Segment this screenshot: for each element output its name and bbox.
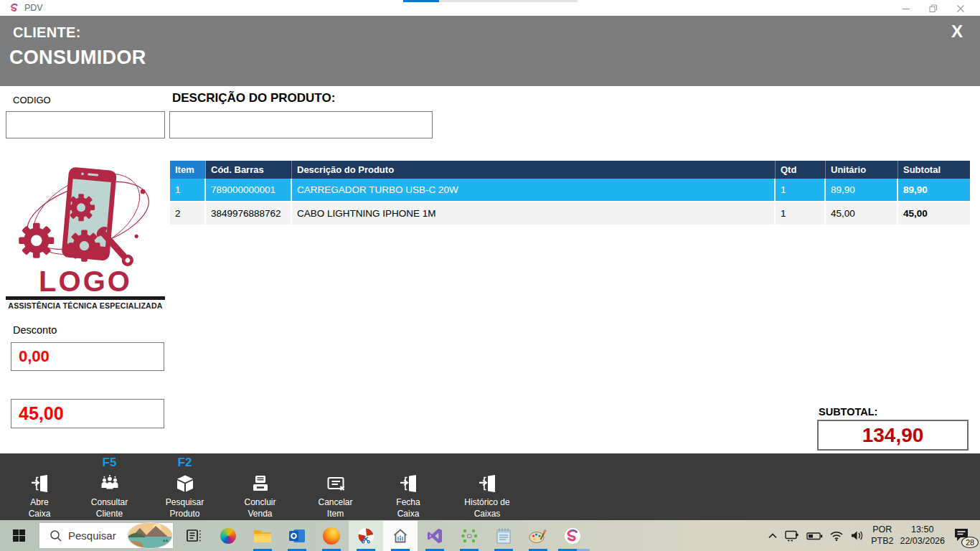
column-header[interactable]: Subtotal	[898, 161, 970, 179]
table-cell: 45,00	[898, 202, 970, 225]
subtotal-display: 134,90	[817, 420, 969, 451]
tray-chevron-icon[interactable]	[767, 530, 778, 542]
door-exit-icon	[29, 472, 50, 495]
toolbar-button-label: AbreCaixa	[29, 497, 51, 519]
windows-taskbar: Pesquisar	[0, 520, 980, 551]
desconto-label: Desconto	[13, 324, 57, 336]
app-icon	[9, 2, 20, 14]
tray-battery-icon[interactable]	[806, 531, 823, 541]
table-cell: 789000000001	[206, 179, 292, 201]
minimize-button[interactable]	[901, 4, 911, 13]
desconto-field[interactable]: 0,00	[11, 342, 164, 371]
start-button[interactable]	[10, 527, 27, 545]
search-icon	[50, 529, 62, 542]
door-exit-icon	[398, 472, 418, 495]
table-row[interactable]: 23849976888762CABO LIGHTNING IPHONE 1M14…	[170, 202, 970, 226]
box-icon	[175, 472, 195, 495]
table-cell: 45,00	[826, 202, 898, 225]
window-titlebar: PDV	[0, 0, 980, 16]
toolbar-button-fecha-caixa[interactable]: FechaCaixa	[373, 453, 443, 520]
toolbar-button-concluir-venda[interactable]: ConcluirVenda	[222, 453, 298, 520]
taskbar-icon-paint[interactable]	[521, 521, 555, 551]
table-cell: 2	[170, 202, 206, 225]
close-button[interactable]	[956, 4, 966, 13]
people-icon	[100, 472, 120, 495]
toolbar-button-histricode-caixas[interactable]: Histórico deCaixas	[443, 453, 531, 520]
last-price-field[interactable]: 45,00	[11, 399, 164, 428]
toolbar-button-cancelar-item[interactable]: CancelarItem	[298, 453, 373, 520]
register-icon	[250, 472, 270, 495]
table-header-row: ItemCód. BarrasDescrição do ProdutoQtdUn…	[170, 161, 970, 179]
descricao-label: DESCRIÇÃO DO PRODUTO:	[172, 91, 335, 105]
running-indicator	[425, 549, 444, 551]
column-header[interactable]: Item	[170, 161, 206, 179]
shortcut-label: F5	[103, 456, 117, 472]
toolbar-button-label: ConcluirVenda	[244, 497, 275, 519]
tray-cast-icon[interactable]	[785, 529, 800, 542]
items-table-body: 1789000000001CARREGADOR TURBO USB-C 20W1…	[170, 179, 970, 226]
client-name: CONSUMIDOR	[9, 47, 146, 69]
column-header[interactable]: Cód. Barras	[206, 161, 292, 179]
tray-clock[interactable]: 13:5022/03/2026	[900, 524, 945, 547]
table-cell: 3849976888762	[206, 202, 292, 225]
taskbar-app-icons	[176, 521, 590, 551]
notification-center-icon[interactable]: 28	[951, 524, 976, 548]
table-cell: 1	[776, 202, 826, 225]
running-indicator	[391, 549, 410, 551]
taskbar-icon-notepad[interactable]	[486, 521, 521, 551]
codigo-label: CODIGO	[13, 95, 51, 105]
taskbar-icon-device-network[interactable]	[452, 521, 486, 551]
system-tray: PORPTB2 13:5022/03/2026 28	[767, 524, 980, 548]
table-cell: 1	[776, 179, 826, 201]
taskbar-icon-snipping-tool[interactable]	[349, 521, 383, 551]
top-scroll-indicator	[403, 0, 439, 2]
logo-text: LOGO	[4, 268, 166, 294]
taskbar-icon-task-view[interactable]	[176, 521, 211, 551]
subtotal-label: SUBTOTAL:	[819, 406, 877, 418]
column-header[interactable]: Descrição do Produto	[292, 161, 776, 179]
taskbar-icon-home-app[interactable]	[383, 521, 418, 551]
running-indicator	[357, 549, 375, 551]
taskbar-search[interactable]: Pesquisar	[39, 522, 174, 549]
tray-volume-icon[interactable]	[850, 529, 864, 542]
table-cell: 1	[170, 179, 206, 201]
toolbar-button-consultar-cliente[interactable]: F5ConsultarCliente	[72, 453, 147, 520]
desconto-value: 0,00	[19, 347, 50, 366]
toolbar-button-abre-caixa[interactable]: AbreCaixa	[7, 453, 72, 520]
taskbar-icon-visual-studio[interactable]	[418, 521, 452, 551]
table-cell: 89,90	[826, 179, 898, 201]
running-indicator	[494, 549, 513, 551]
store-logo: LOGO ASSISTÊNCIA TÉCNICA ESPECIALIZADA	[4, 161, 166, 310]
action-toolbar: AbreCaixaF5ConsultarClienteF2PesquisarPr…	[0, 453, 980, 520]
running-indicator	[529, 549, 547, 551]
running-indicator	[558, 549, 590, 551]
table-row[interactable]: 1789000000001CARREGADOR TURBO USB-C 20W1…	[170, 179, 970, 202]
taskbar-icon-pdv-app[interactable]	[555, 521, 590, 551]
tray-language[interactable]: PORPTB2	[871, 524, 893, 547]
taskbar-icon-file-explorer[interactable]	[245, 521, 280, 551]
panel-close-button[interactable]: X	[951, 22, 963, 42]
taskbar-icon-firefox[interactable]	[314, 521, 349, 551]
running-indicator	[460, 549, 479, 551]
door-exit-icon	[477, 472, 497, 495]
notification-badge: 28	[961, 537, 979, 548]
search-placeholder: Pesquisar	[68, 529, 127, 542]
table-cell: CARREGADOR TURBO USB-C 20W	[292, 179, 776, 201]
search-highlight-image[interactable]	[127, 522, 173, 549]
descricao-input[interactable]	[169, 111, 433, 138]
toolbar-button-label: FechaCaixa	[396, 497, 420, 519]
tray-wifi-icon[interactable]	[829, 530, 844, 542]
taskbar-icon-outlook[interactable]	[280, 521, 314, 551]
maximize-button[interactable]	[928, 4, 938, 13]
last-price-value: 45,00	[19, 403, 64, 424]
toolbar-button-label: Histórico deCaixas	[464, 497, 509, 519]
running-indicator	[322, 549, 341, 551]
column-header[interactable]: Unitário	[826, 161, 898, 179]
taskbar-icon-copilot[interactable]	[211, 521, 245, 551]
top-scroll-track	[439, 0, 578, 2]
toolbar-button-pesquisar-produto[interactable]: F2PesquisarProduto	[147, 453, 222, 520]
codigo-input[interactable]	[6, 111, 165, 138]
column-header[interactable]: Qtd	[776, 161, 826, 179]
toolbar-button-label: CancelarItem	[318, 497, 352, 519]
client-label: CLIENTE:	[13, 24, 81, 41]
